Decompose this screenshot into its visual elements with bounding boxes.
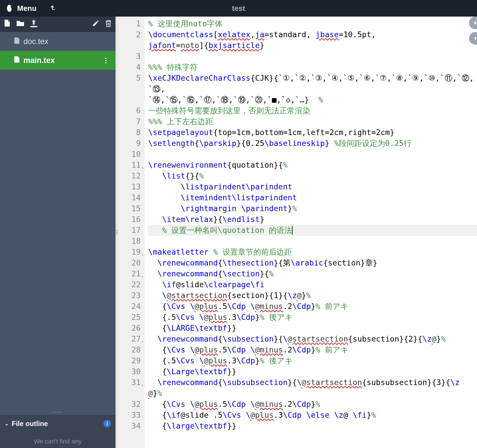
- code-line[interactable]: % 设置一种名叫\quotation 的语法: [148, 225, 477, 236]
- code-line[interactable]: \renewcommand{\thesection}{第\arabic{sect…: [148, 257, 477, 268]
- overleaf-logo: [5, 4, 14, 13]
- line-number: 25: [118, 312, 141, 323]
- sidebar: doc.tex main.tex ⋮ •••• ⌄ File outline i…: [0, 17, 116, 448]
- line-number: 13: [118, 181, 141, 192]
- code-line[interactable]: {\if@slide .5\Cvs \@plus.3\Cdp \else \z@…: [148, 410, 477, 421]
- code-line[interactable]: [148, 149, 477, 160]
- new-folder-icon[interactable]: [17, 20, 24, 28]
- header: Menu test: [0, 0, 477, 17]
- back-button[interactable]: [50, 5, 56, 12]
- code-line[interactable]: \listparindent\parindent: [148, 181, 477, 192]
- info-icon[interactable]: i: [104, 420, 111, 427]
- upload-icon[interactable]: [30, 20, 37, 29]
- line-number: 26: [118, 323, 141, 334]
- code-line[interactable]: {\Cvs \@plus.5\Cdp \@minus.2\Cdp}% 前アキ: [148, 344, 477, 355]
- line-number: 19▾: [118, 247, 141, 257]
- code-line[interactable]: % 这里使用noto字体: [148, 18, 477, 29]
- fold-icon[interactable]: ▾: [142, 249, 144, 260]
- delete-icon[interactable]: [105, 20, 112, 29]
- line-number: 20: [118, 257, 141, 268]
- line-number: 5: [118, 73, 141, 105]
- code-area[interactable]: % 这里使用noto字体\documentclass[xelatex,ja=st…: [145, 17, 477, 448]
- line-number: 27▾: [118, 334, 141, 344]
- code-line[interactable]: {\Cvs \@plus.5\Cdp \@minus.2\Cdp}%: [148, 399, 477, 410]
- code-line[interactable]: [148, 51, 477, 62]
- file-icon: [14, 37, 19, 45]
- fold-icon[interactable]: ▾: [142, 162, 144, 173]
- editor[interactable]: 1234567891011▾1213141516171819▾2021▾2223…: [118, 17, 477, 448]
- line-number: 10: [118, 149, 141, 160]
- code-line[interactable]: \item\relax}{\endlist}: [148, 214, 477, 225]
- code-line[interactable]: \renewenvironment{quotation}{%: [148, 160, 477, 171]
- line-number: 31▾: [118, 377, 141, 399]
- gutter: 1234567891011▾1213141516171819▾2021▾2223…: [118, 17, 145, 448]
- code-line[interactable]: \setpagelayout{top=1cm,bottom=1cm,left=2…: [148, 127, 477, 138]
- file-list: doc.tex main.tex ⋮: [0, 32, 116, 70]
- line-number: 7: [118, 116, 141, 127]
- code-line[interactable]: {\Cvs \@plus.5\Cdp \@minus.2\Cdp}% 前アキ: [148, 301, 477, 312]
- toggle-handle-1[interactable]: [469, 17, 477, 29]
- file-name: main.tex: [23, 56, 55, 65]
- code-line[interactable]: {\LARGE\textbf}}: [148, 323, 477, 334]
- line-number: 3: [118, 51, 141, 62]
- code-line[interactable]: \documentclass[xelatex,ja=standard, jbas…: [148, 29, 477, 51]
- line-number: 29: [118, 355, 141, 366]
- line-number: 24: [118, 301, 141, 312]
- file-item-main[interactable]: main.tex ⋮: [0, 51, 116, 70]
- line-number: 16: [118, 214, 141, 225]
- menu-button[interactable]: Menu: [17, 4, 37, 13]
- main-container: doc.tex main.tex ⋮ •••• ⌄ File outline i…: [0, 17, 477, 448]
- fold-icon[interactable]: ▾: [142, 271, 144, 282]
- code-line[interactable]: {.5\Cvs \@plus.3\Cdp}% 後アキ: [148, 312, 477, 323]
- code-line[interactable]: {.5\Cvs \@plus.3\Cdp}% 後アキ: [148, 355, 477, 366]
- code-line[interactable]: \list{}{%: [148, 171, 477, 181]
- file-menu-icon[interactable]: ⋮: [102, 56, 109, 64]
- code-line[interactable]: \setlength{\parskip}{0.25\baselineskip} …: [148, 138, 477, 149]
- code-line[interactable]: \if@slide\clearpage\fi: [148, 279, 477, 290]
- file-item-doc[interactable]: doc.tex: [0, 32, 116, 51]
- line-number: 12: [118, 171, 141, 181]
- code-line[interactable]: {\Large\textbf}}: [148, 366, 477, 377]
- outline-header[interactable]: ⌄ File outline i: [0, 415, 116, 432]
- fold-icon[interactable]: ▾: [142, 336, 144, 347]
- file-icon: [14, 56, 19, 64]
- rename-icon[interactable]: [92, 20, 99, 29]
- code-line[interactable]: \rightmargin \parindent}%: [148, 203, 477, 214]
- chevron-down-icon: ⌄: [5, 421, 9, 427]
- right-handles: [466, 17, 477, 47]
- code-line[interactable]: %%% 特殊字符: [148, 62, 477, 73]
- line-number: 33: [118, 410, 141, 421]
- code-line[interactable]: \itemindent\listparindent: [148, 192, 477, 203]
- code-line[interactable]: \xeCJKDeclareCharClass{CJK}{`①,`②,`③,`④,…: [148, 73, 477, 105]
- line-number: 6: [118, 105, 141, 116]
- line-number: 23: [118, 290, 141, 301]
- line-number: 30: [118, 366, 141, 377]
- vertical-resize-handle[interactable]: [116, 17, 118, 448]
- line-number: 22: [118, 279, 141, 290]
- outline-title: File outline: [12, 420, 48, 428]
- line-number: 18: [118, 236, 141, 247]
- line-number: 2: [118, 29, 141, 51]
- code-line[interactable]: \@startsection{section}{1}{\z@}%: [148, 290, 477, 301]
- resize-handle[interactable]: ••••: [0, 409, 116, 415]
- line-number: 17: [118, 225, 141, 236]
- code-line[interactable]: \renewcommand{\section}{%: [148, 268, 477, 279]
- code-line[interactable]: \renewcommand{\subsubsection}{\@startsec…: [148, 377, 477, 399]
- code-line[interactable]: {\large\textbf}}: [148, 421, 477, 431]
- code-line[interactable]: \makeatletter % 设置章节的前后边距: [148, 247, 477, 257]
- line-number: 32: [118, 399, 141, 410]
- code-line[interactable]: \renewcommand{\subsection}{\@startsectio…: [148, 334, 477, 344]
- project-title: test: [81, 4, 396, 13]
- line-number: 34: [118, 421, 141, 431]
- line-number: 21▾: [118, 268, 141, 279]
- line-number: 4: [118, 62, 141, 73]
- code-line[interactable]: [148, 236, 477, 247]
- line-number: 9: [118, 138, 141, 149]
- code-line[interactable]: %%% 上下左右边距: [148, 116, 477, 127]
- line-number: 28: [118, 344, 141, 355]
- toggle-handle-2[interactable]: [469, 32, 477, 45]
- fold-icon[interactable]: ▾: [142, 380, 144, 391]
- line-number: 8: [118, 127, 141, 138]
- new-file-icon[interactable]: [4, 20, 10, 29]
- sidebar-toolbar: [0, 17, 116, 32]
